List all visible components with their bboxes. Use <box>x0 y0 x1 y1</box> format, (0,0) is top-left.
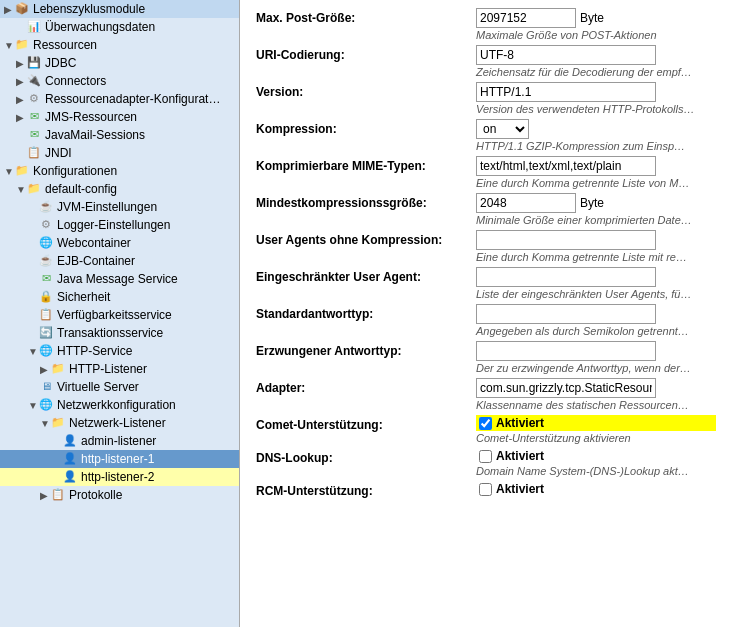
checkbox-comet-unterstuetzung[interactable] <box>479 417 492 430</box>
input-user-agents-kompression[interactable] <box>476 230 656 250</box>
sidebar-item-sicherheit[interactable]: 🔒Sicherheit <box>0 288 239 306</box>
hint-uri-codierung: Zeichensatz für die Decodierung der empf… <box>476 66 716 78</box>
tree-icon-virtuelle-server: 🖥 <box>38 380 54 394</box>
sidebar-item-java-message-service[interactable]: ✉Java Message Service <box>0 270 239 288</box>
checkbox-dns-lookup[interactable] <box>479 450 492 463</box>
sidebar-item-konfigurationen[interactable]: ▼📁Konfigurationen <box>0 162 239 180</box>
form-label-adapter: Adapter: <box>256 378 476 395</box>
hint-dns-lookup: Domain Name System-(DNS-)Lookup akt… <box>476 465 716 477</box>
hint-max-post-groesse: Maximale Größe von POST-Aktionen <box>476 29 716 41</box>
tree-arrow-konfigurationen: ▼ <box>4 166 14 177</box>
input-uri-codierung[interactable] <box>476 45 656 65</box>
tree-icon-ressourcenadapter: ⚙ <box>26 92 42 106</box>
checkbox-label-rcm-unterstuetzung: Aktiviert <box>496 482 544 496</box>
tree-icon-jndi: 📋 <box>26 146 42 160</box>
tree-icon-http-listener-2: 👤 <box>62 470 78 484</box>
sidebar-item-webcontainer[interactable]: 🌐Webcontainer <box>0 234 239 252</box>
input-eingeschraenkter-user-agent[interactable] <box>476 267 656 287</box>
form-label-user-agents-kompression: User Agents ohne Kompression: <box>256 230 476 247</box>
input-version[interactable] <box>476 82 656 102</box>
tree-icon-verfuegbarkeitsservice: 📋 <box>38 308 54 322</box>
form-value-col-erzwungener-antworttyp: Der zu erzwingende Antworttyp, wenn der… <box>476 341 716 374</box>
select-kompression[interactable]: onoffforce <box>476 119 529 139</box>
sidebar-item-jvm-einstellungen[interactable]: ☕JVM-Einstellungen <box>0 198 239 216</box>
hint-user-agents-kompression: Eine durch Komma getrennte Liste mit re… <box>476 251 716 263</box>
tree-arrow-ressourcen: ▼ <box>4 40 14 51</box>
input-mindestkompressiongroesse[interactable] <box>476 193 576 213</box>
tree-icon-webcontainer: 🌐 <box>38 236 54 250</box>
tree-icon-ressourcen: 📁 <box>14 38 30 52</box>
sidebar-item-jms-ressourcen[interactable]: ▶✉JMS-Ressourcen <box>0 108 239 126</box>
form-label-dns-lookup: DNS-Lookup: <box>256 448 476 465</box>
sidebar-label-ressourcen: Ressourcen <box>33 38 97 52</box>
sidebar-item-ressourcenadapter[interactable]: ▶⚙Ressourcenadapter-Konfigurat… <box>0 90 239 108</box>
form-value-col-comet-unterstuetzung: AktiviertComet-Unterstützung aktivieren <box>476 415 716 444</box>
unit-mindestkompressiongroesse: Byte <box>580 196 604 210</box>
form-label-mindestkompressiongroesse: Mindestkompressionssgröße: <box>256 193 476 210</box>
sidebar-label-netzwerkkonfiguration: Netzwerkkonfiguration <box>57 398 176 412</box>
tree-icon-default-config: 📁 <box>26 182 42 196</box>
sidebar-label-sicherheit: Sicherheit <box>57 290 110 304</box>
tree-arrow-jms-ressourcen: ▶ <box>16 112 26 123</box>
input-max-post-groesse[interactable] <box>476 8 576 28</box>
sidebar-item-transaktionsservice[interactable]: 🔄Transaktionsservice <box>0 324 239 342</box>
input-unit-row-max-post-groesse: Byte <box>476 8 716 28</box>
sidebar-item-javamail-sessions[interactable]: ✉JavaMail-Sessions <box>0 126 239 144</box>
sidebar-label-http-listener: HTTP-Listener <box>69 362 147 376</box>
sidebar-label-connectors: Connectors <box>45 74 106 88</box>
sidebar-item-http-listener-2[interactable]: 👤http-listener-2 <box>0 468 239 486</box>
sidebar-item-admin-listener[interactable]: 👤admin-listener <box>0 432 239 450</box>
sidebar-item-lebenszyklusmodule[interactable]: ▶📦Lebenszyklusmodule <box>0 0 239 18</box>
input-komprimierbare-mime[interactable] <box>476 156 656 176</box>
tree-icon-protokolle: 📋 <box>50 488 66 502</box>
sidebar-item-jdbc[interactable]: ▶💾JDBC <box>0 54 239 72</box>
sidebar-item-netzwerkkonfiguration[interactable]: ▼🌐Netzwerkkonfiguration <box>0 396 239 414</box>
tree-arrow-protokolle: ▶ <box>40 490 50 501</box>
form-label-version: Version: <box>256 82 476 99</box>
sidebar-item-logger-einstellungen[interactable]: ⚙Logger-Einstellungen <box>0 216 239 234</box>
tree-icon-jdbc: 💾 <box>26 56 42 70</box>
input-adapter[interactable] <box>476 378 656 398</box>
form-label-rcm-unterstuetzung: RCM-Unterstützung: <box>256 481 476 498</box>
input-erzwungener-antworttyp[interactable] <box>476 341 656 361</box>
sidebar-item-http-service[interactable]: ▼🌐HTTP-Service <box>0 342 239 360</box>
checkbox-rcm-unterstuetzung[interactable] <box>479 483 492 496</box>
tree-icon-konfigurationen: 📁 <box>14 164 30 178</box>
sidebar-item-ressourcen[interactable]: ▼📁Ressourcen <box>0 36 239 54</box>
form-row-version: Version:Version des verwendeten HTTP-Pro… <box>256 82 716 115</box>
sidebar-item-ueberwachungsdaten[interactable]: 📊Überwachungsdaten <box>0 18 239 36</box>
input-unit-row-mindestkompressiongroesse: Byte <box>476 193 716 213</box>
sidebar-item-jndi[interactable]: 📋JNDI <box>0 144 239 162</box>
tree-icon-jvm-einstellungen: ☕ <box>38 200 54 214</box>
checkbox-row-comet-unterstuetzung: Aktiviert <box>476 415 716 431</box>
sidebar-label-logger-einstellungen: Logger-Einstellungen <box>57 218 170 232</box>
sidebar-item-protokolle[interactable]: ▶📋Protokolle <box>0 486 239 504</box>
checkbox-row-rcm-unterstuetzung: Aktiviert <box>476 481 716 497</box>
form-value-col-mindestkompressiongroesse: ByteMinimale Größe einer komprimierten D… <box>476 193 716 226</box>
sidebar-item-virtuelle-server[interactable]: 🖥Virtuelle Server <box>0 378 239 396</box>
tree-icon-netzwerk-listener: 📁 <box>50 416 66 430</box>
sidebar-item-connectors[interactable]: ▶🔌Connectors <box>0 72 239 90</box>
input-standardantworttyp[interactable] <box>476 304 656 324</box>
form-value-col-adapter: Klassenname des statischen Ressourcen… <box>476 378 716 411</box>
sidebar-label-ressourcenadapter: Ressourcenadapter-Konfigurat… <box>45 92 220 106</box>
sidebar-item-ejb-container[interactable]: ☕EJB-Container <box>0 252 239 270</box>
form-label-erzwungener-antworttyp: Erzwungener Antworttyp: <box>256 341 476 358</box>
sidebar-label-transaktionsservice: Transaktionsservice <box>57 326 163 340</box>
sidebar-label-http-service: HTTP-Service <box>57 344 132 358</box>
hint-standardantworttyp: Angegeben als durch Semikolon getrennt… <box>476 325 716 337</box>
sidebar-item-netzwerk-listener[interactable]: ▼📁Netzwerk-Listener <box>0 414 239 432</box>
form-area: Max. Post-Größe:ByteMaximale Größe von P… <box>240 0 732 515</box>
sidebar-item-default-config[interactable]: ▼📁default-config <box>0 180 239 198</box>
sidebar-item-http-listener-1[interactable]: 👤http-listener-1 <box>0 450 239 468</box>
tree-arrow-netzwerkkonfiguration: ▼ <box>28 400 38 411</box>
sidebar-item-verfuegbarkeitsservice[interactable]: 📋Verfügbarkeitsservice <box>0 306 239 324</box>
form-value-col-eingeschraenkter-user-agent: Liste der eingeschränkten User Agents, f… <box>476 267 716 300</box>
sidebar-item-http-listener[interactable]: ▶📁HTTP-Listener <box>0 360 239 378</box>
tree-icon-http-service: 🌐 <box>38 344 54 358</box>
sidebar-label-verfuegbarkeitsservice: Verfügbarkeitsservice <box>57 308 172 322</box>
hint-comet-unterstuetzung: Comet-Unterstützung aktivieren <box>476 432 716 444</box>
form-row-dns-lookup: DNS-Lookup:AktiviertDomain Name System-(… <box>256 448 716 477</box>
form-value-col-kompression: onoffforceHTTP/1.1 GZIP-Kompression zum … <box>476 119 716 152</box>
sidebar-label-konfigurationen: Konfigurationen <box>33 164 117 178</box>
